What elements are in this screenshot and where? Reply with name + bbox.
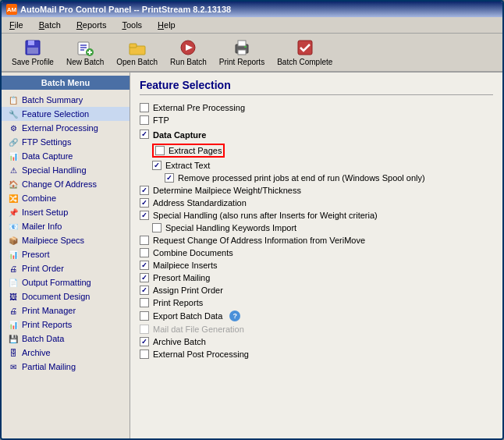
combine-icon: 🔀	[8, 193, 19, 204]
checkbox-special-handling[interactable]	[140, 211, 149, 220]
sidebar-label-print-order: Print Order	[22, 264, 64, 273]
data-capture-icon: 📊	[8, 151, 19, 161]
menu-reports[interactable]: Reports	[72, 19, 112, 31]
sidebar-item-presort[interactable]: 📊 Presort	[2, 247, 130, 261]
menu-bar: File Batch Reports Tools Help	[2, 17, 502, 34]
checkbox-data-capture[interactable]	[140, 130, 149, 139]
item-extract-text: Extract Text	[140, 159, 493, 172]
checkbox-ftp[interactable]	[140, 115, 149, 125]
save-profile-icon	[23, 38, 42, 57]
sidebar-item-batch-summary[interactable]: 📋 Batch Summary	[2, 93, 130, 107]
item-extract-pages: Extract Pages	[140, 142, 493, 159]
svg-rect-17	[244, 46, 247, 48]
checkbox-special-handling-keywords[interactable]	[152, 223, 161, 232]
sidebar-item-data-capture[interactable]: 📊 Data Capture	[2, 149, 130, 163]
sidebar-item-partial-mailing[interactable]: ✉ Partial Mailing	[2, 360, 130, 374]
checkbox-presort-mailing[interactable]	[140, 273, 149, 282]
sidebar-label-change-of-address: Change Of Address	[22, 179, 97, 189]
sidebar-item-print-reports[interactable]: 📊 Print Reports	[2, 318, 130, 332]
item-determine-mailpiece: Determine Mailpiece Weight/Thickness	[140, 184, 493, 197]
checkbox-extract-pages[interactable]	[155, 146, 165, 155]
sidebar-item-mailer-info[interactable]: 📧 Mailer Info	[2, 219, 130, 233]
label-mailpiece-inserts: Mailpiece Inserts	[153, 261, 218, 270]
open-batch-icon	[128, 38, 147, 57]
checkbox-external-post-processing[interactable]	[140, 350, 149, 359]
checkbox-combine-documents[interactable]	[140, 248, 149, 257]
sidebar-label-special-handling: Special Handling	[22, 165, 87, 175]
print-manager-icon: 🖨	[8, 305, 19, 316]
checkbox-extract-text[interactable]	[152, 161, 161, 170]
mailpiece-specs-icon: 📦	[8, 235, 19, 246]
sidebar-label-print-reports: Print Reports	[22, 320, 72, 329]
sidebar-label-external-processing: External Processing	[22, 123, 98, 133]
menu-batch[interactable]: Batch	[34, 19, 66, 31]
print-order-icon: 🖨	[8, 263, 19, 274]
label-export-batch-data: Export Batch Data	[153, 311, 222, 321]
feature-panel: Feature Selection External Pre Processin…	[130, 73, 502, 438]
checkbox-determine-mailpiece[interactable]	[140, 186, 149, 195]
sidebar-item-mailpiece-specs[interactable]: 📦 Mailpiece Specs	[2, 233, 130, 247]
export-batch-data-help-icon[interactable]: ?	[229, 310, 240, 321]
label-determine-mailpiece: Determine Mailpiece Weight/Thickness	[153, 186, 301, 195]
sidebar-item-special-handling[interactable]: ⚠ Special Handling	[2, 163, 130, 177]
sidebar-title: Batch Menu	[2, 76, 130, 90]
sidebar-label-mailpiece-specs: Mailpiece Specs	[22, 236, 84, 245]
menu-help[interactable]: Help	[153, 19, 180, 31]
batch-complete-icon	[296, 38, 314, 57]
sidebar-item-change-of-address[interactable]: 🏠 Change Of Address	[2, 177, 130, 191]
sidebar-label-combine: Combine	[22, 193, 56, 203]
sidebar-item-combine[interactable]: 🔀 Combine	[2, 191, 130, 205]
open-batch-button[interactable]: Open Batch	[111, 36, 163, 69]
sidebar-item-batch-data[interactable]: 💾 Batch Data	[2, 332, 130, 346]
checkbox-archive-batch[interactable]	[140, 337, 149, 346]
run-batch-icon	[179, 38, 197, 57]
sidebar-item-insert-setup[interactable]: 📌 Insert Setup	[2, 205, 130, 219]
sidebar-item-print-manager[interactable]: 🖨 Print Manager	[2, 303, 130, 318]
label-external-pre-processing: External Pre Processing	[153, 103, 245, 112]
svg-rect-16	[238, 50, 246, 55]
label-special-handling: Special Handling (also runs after Insert…	[153, 211, 378, 220]
ftp-settings-icon: 🔗	[8, 137, 19, 147]
label-print-reports-feature: Print Reports	[153, 298, 203, 307]
sidebar-label-document-design: Document Design	[22, 292, 90, 301]
feature-selection-icon: 🔧	[8, 108, 19, 119]
sidebar-item-external-processing[interactable]: ⚙ External Processing	[2, 121, 130, 135]
item-ftp: FTP	[140, 114, 493, 126]
checkbox-request-coa[interactable]	[140, 236, 149, 245]
open-batch-label: Open Batch	[116, 58, 158, 66]
print-reports-button[interactable]: Print Reports	[214, 36, 270, 69]
menu-file[interactable]: File	[5, 19, 28, 31]
item-external-post-processing: External Post Processing	[140, 348, 493, 360]
label-combine-documents: Combine Documents	[153, 248, 233, 257]
special-handling-icon: ⚠	[8, 165, 19, 176]
sidebar-item-print-order[interactable]: 🖨 Print Order	[2, 261, 130, 275]
label-address-standardization: Address Standardization	[153, 198, 247, 208]
item-combine-documents: Combine Documents	[140, 247, 493, 259]
label-remove-processed: Remove processed print jobs at end of ru…	[178, 173, 425, 183]
save-profile-button[interactable]: Save Profile	[6, 36, 59, 69]
checkbox-export-batch-data[interactable]	[140, 311, 149, 321]
checkbox-remove-processed[interactable]	[165, 173, 174, 183]
item-request-coa: Request Change Of Address Information fr…	[140, 234, 493, 247]
checkbox-mail-dat-file-generation[interactable]	[140, 325, 149, 334]
label-special-handling-keywords: Special Handling Keywords Import	[165, 223, 296, 232]
run-batch-button[interactable]: Run Batch	[165, 36, 212, 69]
sidebar-item-output-formatting[interactable]: 📄 Output Formatting	[2, 275, 130, 289]
checkbox-external-pre-processing[interactable]	[140, 103, 149, 112]
app-icon: AM	[6, 4, 17, 15]
print-reports-sidebar-icon: 📊	[8, 319, 19, 330]
new-batch-button[interactable]: New Batch	[61, 36, 109, 69]
checkbox-mailpiece-inserts[interactable]	[140, 261, 149, 270]
menu-tools[interactable]: Tools	[117, 19, 147, 31]
svg-rect-18	[298, 41, 312, 55]
batch-complete-button[interactable]: Batch Complete	[272, 36, 338, 69]
sidebar-item-archive[interactable]: 🗄 Archive	[2, 346, 130, 360]
checkbox-print-reports-feature[interactable]	[140, 298, 149, 307]
sidebar-item-ftp-settings[interactable]: 🔗 FTP Settings	[2, 135, 130, 149]
item-remove-processed: Remove processed print jobs at end of ru…	[140, 172, 493, 184]
insert-setup-icon: 📌	[8, 207, 19, 218]
sidebar-item-feature-selection[interactable]: 🔧 Feature Selection	[2, 107, 130, 121]
checkbox-assign-print-order[interactable]	[140, 286, 149, 295]
checkbox-address-standardization[interactable]	[140, 198, 149, 208]
sidebar-item-document-design[interactable]: 🖼 Document Design	[2, 289, 130, 303]
